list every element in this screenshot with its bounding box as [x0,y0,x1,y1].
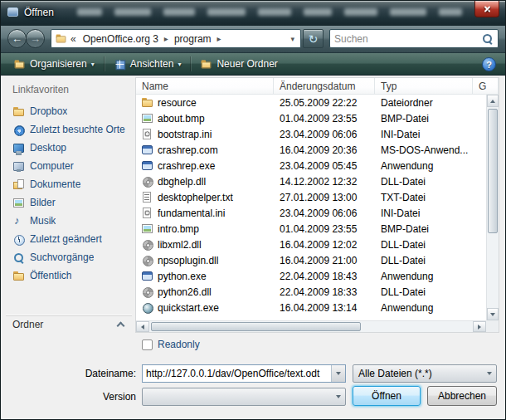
file-name-cell[interactable]: crashrep.com [136,144,274,156]
readonly-checkbox[interactable] [142,339,153,350]
column-header-name[interactable]: Name [136,78,274,94]
help-icon: ? [486,60,492,70]
breadcrumb-segment[interactable]: OpenOffice.org 3 [78,33,163,45]
file-name-cell[interactable]: dbghelp.dll [136,175,274,188]
file-name-cell[interactable]: crashrep.exe [136,159,274,172]
help-button[interactable]: ? [482,57,496,71]
app-icon [141,270,153,282]
sidebar-item-zuletzt-geändert[interactable]: Zuletzt geändert [6,230,132,248]
sidebar-item-suchvorgänge[interactable]: Suchvorgänge [6,248,132,266]
file-name-cell[interactable]: intro.bmp [136,222,274,235]
version-label: Version [1,391,136,403]
file-name-cell[interactable]: npsoplugin.dll [136,254,274,266]
file-name-cell[interactable]: fundamental.ini [136,207,274,219]
breadcrumb[interactable]: « OpenOffice.org 3 ▸ program ▸ ▾ [51,29,301,48]
file-row[interactable]: python.exe22.04.2009 18:43Anwendung [136,268,486,284]
column-header-type[interactable]: Typ [375,78,473,94]
file-name-cell[interactable]: python26.dll [136,286,274,298]
scroll-right-button[interactable] [473,321,486,332]
titlebar[interactable]: Öffnen [1,1,505,26]
column-header-size[interactable]: G [473,78,499,94]
file-row[interactable]: bootstrap.ini23.04.2009 06:06INI-Datei [136,126,486,142]
organize-button[interactable]: Organisieren ▾ [6,55,102,73]
file-name-cell[interactable]: python.exe [136,270,274,282]
file-row[interactable]: crashrep.com16.04.2009 20:36MS-DOS-Anwen… [136,142,486,158]
breadcrumb-overflow[interactable]: « [67,33,78,45]
file-type: Dateiordner [375,97,473,109]
sidebar-item-desktop[interactable]: Desktop [6,139,132,157]
file-name-cell[interactable]: quickstart.exe [136,301,274,314]
breadcrumb-segment[interactable]: program [169,33,217,45]
scroll-left-button[interactable] [136,321,149,332]
file-row[interactable]: libxml2.dll16.04.2009 12:02DLL-Datei [136,237,486,252]
horizontal-scrollbar[interactable] [136,320,486,332]
file-name: python26.dll [158,286,212,298]
open-button[interactable]: Öffnen [353,386,421,406]
filetype-dropdown-button[interactable] [483,372,496,375]
version-dropdown-button[interactable] [332,395,345,398]
file-row[interactable]: crashrep.exe23.04.2009 05:45Anwendung [136,158,486,173]
file-row[interactable]: about.bmp01.04.2009 23:55BMP-Datei [136,110,486,126]
favorites-sidebar: Linkfavoriten DropboxZuletzt besuchte Or… [6,77,132,333]
forward-button[interactable]: → [26,29,45,48]
new-folder-button[interactable]: Neuer Ordner [192,55,285,73]
search-input[interactable] [334,33,482,45]
file-name-cell[interactable]: about.bmp [136,112,274,125]
close-button[interactable] [474,1,499,17]
file-type: DLL-Datei [375,286,473,298]
file-name-cell[interactable]: resource [136,96,274,109]
refresh-button[interactable]: ↻ [303,29,324,48]
column-header-modified[interactable]: Änderungsdatum [274,78,375,94]
filename-dropdown-button[interactable] [331,365,345,382]
filename-input[interactable] [143,365,331,382]
vertical-scroll-thumb[interactable] [488,109,498,233]
file-row[interactable]: quickstart.exe16.04.2009 13:14Anwendung [136,300,486,315]
file-row[interactable]: fundamental.ini23.04.2009 06:06INI-Datei [136,205,486,221]
scroll-up-button[interactable] [487,95,499,107]
file-row[interactable]: npsoplugin.dll16.04.2009 21:00DLL-Datei [136,252,486,268]
sidebar-item-musik[interactable]: Musik [6,212,132,230]
search-icon[interactable] [482,33,494,45]
horizontal-scroll-thumb[interactable] [151,322,361,331]
file-row[interactable]: dbghelp.dll14.12.2002 12:32DLL-Datei [136,173,486,189]
chevron-right-icon[interactable]: ▸ [163,34,169,43]
chevron-down-icon[interactable]: ▾ [288,35,297,43]
chevron-right-icon[interactable]: ▸ [217,34,222,43]
sidebar-item-label: Dokumente [30,178,80,190]
desktop-icon [12,142,25,154]
folders-expander[interactable]: Ordner [6,315,132,333]
sidebar-items: DropboxZuletzt besuchte OrteDesktopCompu… [6,102,132,285]
folder-icon [12,105,25,118]
file-name-cell[interactable]: desktophelper.txt [136,191,274,203]
filetype-select[interactable]: Alle Dateien (*.*) [353,364,497,383]
search-box [329,29,499,48]
file-row[interactable]: resource25.05.2009 22:22Dateiordner [136,95,486,110]
file-type: MS-DOS-Anwend... [375,144,473,156]
version-select[interactable] [142,388,346,406]
cancel-button[interactable]: Abbrechen [427,386,497,406]
sidebar-item-computer[interactable]: Computer [6,157,132,175]
file-row[interactable]: desktophelper.txt27.01.2009 13:00TXT-Dat… [136,189,486,205]
views-button[interactable]: Ansichten ▾ [106,55,189,73]
file-row[interactable]: intro.bmp01.04.2009 23:55BMP-Datei [136,221,486,237]
public-icon [12,270,25,282]
back-button[interactable]: ← [7,29,27,48]
sidebar-item-zuletzt-besuchte-orte[interactable]: Zuletzt besuchte Orte [6,120,132,139]
folder-icon [141,96,153,109]
views-icon [114,58,125,70]
sidebar-item-öffentlich[interactable]: Öffentlich [6,266,132,285]
sidebar-item-label: Zuletzt besuchte Orte [30,124,125,135]
file-modified-date: 25.05.2009 22:22 [274,97,375,109]
file-name-cell[interactable]: bootstrap.ini [136,128,274,140]
sidebar-item-dokumente[interactable]: Dokumente [6,175,132,193]
scroll-down-button[interactable] [487,308,499,320]
filename-combobox [142,364,346,383]
sidebar-item-dropbox[interactable]: Dropbox [6,102,132,120]
sidebar-item-bilder[interactable]: Bilder [6,193,132,212]
arrow-up-icon [490,100,495,103]
file-name: crashrep.com [158,144,218,156]
vertical-scrollbar[interactable] [486,95,499,320]
file-row[interactable]: python26.dll22.04.2009 18:33DLL-Datei [136,284,486,300]
file-name-cell[interactable]: libxml2.dll [136,238,274,251]
sidebar-item-label: Dropbox [30,105,67,117]
